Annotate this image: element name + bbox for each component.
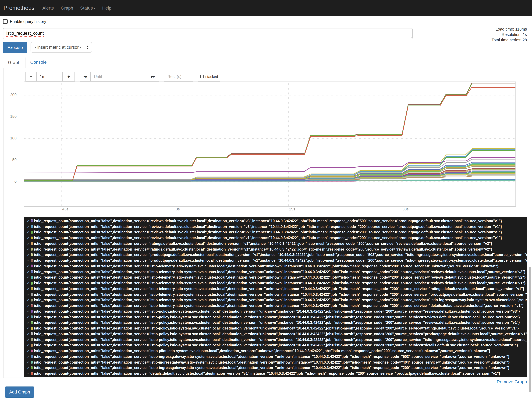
- time-forward-button[interactable]: ▶▶: [147, 72, 159, 82]
- legend-label: istio_request_count{connection_mtls="fal…: [34, 247, 492, 251]
- check-icon: ✓: [27, 281, 31, 285]
- legend-item[interactable]: ✓istio_request_count{connection_mtls="fa…: [24, 297, 527, 303]
- metric-select[interactable]: - insert metric at cursor - ▲▼: [31, 42, 92, 52]
- add-graph-button[interactable]: Add Graph: [5, 386, 35, 398]
- range-input[interactable]: [39, 74, 62, 79]
- query-history-label: Enable query history: [10, 19, 46, 24]
- check-icon: ✓: [27, 326, 31, 330]
- legend-item[interactable]: ✓istio_request_count{connection_mtls="fa…: [24, 224, 527, 230]
- legend-label: istio_request_count{connection_mtls="fal…: [34, 332, 527, 336]
- check-icon: ✓: [27, 366, 31, 370]
- stacked-checkbox[interactable]: [200, 75, 204, 78]
- page-scrollbar-thumb[interactable]: [529, 267, 531, 392]
- query-history-checkbox[interactable]: [3, 19, 8, 24]
- nav-item-help[interactable]: Help: [99, 0, 115, 16]
- until-input[interactable]: [93, 74, 147, 79]
- legend-item[interactable]: ✓istio_request_count{connection_mtls="fa…: [24, 229, 527, 235]
- nav-item-graph[interactable]: Graph: [57, 0, 77, 16]
- stacked-label: stacked: [205, 75, 218, 78]
- remove-graph-link[interactable]: Remove Graph: [497, 379, 527, 384]
- legend-label: istio_request_count{connection_mtls="fal…: [34, 219, 502, 223]
- legend-item[interactable]: ✓istio_request_count{connection_mtls="fa…: [24, 303, 527, 309]
- check-icon: ✓: [27, 230, 31, 234]
- series-color-swatch: [31, 220, 33, 222]
- legend-item[interactable]: ✓istio_request_count{connection_mtls="fa…: [24, 252, 527, 258]
- check-icon: ✓: [27, 320, 31, 325]
- execute-button[interactable]: Execute: [3, 42, 27, 53]
- legend-item[interactable]: ✓istio_request_count{connection_mtls="fa…: [24, 241, 527, 246]
- series-color-swatch: [31, 248, 33, 251]
- time-back-button[interactable]: ◀◀: [80, 72, 91, 82]
- legend-item[interactable]: ✓istio_request_count{connection_mtls="fa…: [24, 331, 527, 337]
- check-icon: ✓: [27, 332, 31, 336]
- legend-item[interactable]: ✓istio_request_count{connection_mtls="fa…: [24, 292, 527, 297]
- resolution-input-wrap: [164, 72, 193, 82]
- y-axis-label: 150: [0, 114, 17, 119]
- legend-item[interactable]: ✓istio_request_count{connection_mtls="fa…: [24, 360, 527, 365]
- legend-label: istio_request_count{connection_mtls="fal…: [34, 230, 502, 234]
- tab-graph[interactable]: Graph: [3, 57, 25, 68]
- series-color-swatch: [31, 259, 33, 262]
- query-stats: Load time: 118ms Resolution: 1s Total ti…: [492, 27, 527, 43]
- query-text: istio_request_count: [6, 31, 44, 37]
- legend-label: istio_request_count{connection_mtls="fal…: [34, 242, 492, 246]
- legend-item[interactable]: ✓istio_request_count{connection_mtls="fa…: [24, 314, 527, 320]
- legend-item[interactable]: ✓istio_request_count{connection_mtls="fa…: [24, 263, 527, 269]
- legend-item[interactable]: ✓istio_request_count{connection_mtls="fa…: [24, 269, 527, 275]
- legend-label: istio_request_count{connection_mtls="fal…: [34, 304, 524, 308]
- series-color-swatch: [31, 366, 33, 369]
- legend-item[interactable]: ✓istio_request_count{connection_mtls="fa…: [24, 275, 527, 280]
- brand-prometheus[interactable]: Prometheus: [4, 5, 34, 11]
- range-decrease-button[interactable]: −: [25, 72, 37, 82]
- legend-item[interactable]: ✓istio_request_count{connection_mtls="fa…: [24, 326, 527, 331]
- legend-item[interactable]: ✓istio_request_count{connection_mtls="fa…: [24, 337, 527, 342]
- legend-label: istio_request_count{connection_mtls="fal…: [34, 287, 524, 291]
- navbar: Prometheus Alerts Graph Status▾ Help: [0, 0, 532, 16]
- nav-item-alerts[interactable]: Alerts: [39, 0, 57, 16]
- series-color-swatch: [31, 321, 33, 324]
- check-icon: ✓: [27, 270, 31, 274]
- resize-grip-icon[interactable]: [409, 35, 412, 38]
- check-icon: ✓: [27, 241, 31, 246]
- series-color-swatch: [31, 310, 33, 313]
- legend-label: istio_request_count{connection_mtls="fal…: [34, 315, 520, 319]
- legend-item[interactable]: ✓istio_request_count{connection_mtls="fa…: [24, 286, 527, 292]
- legend-item[interactable]: ✓istio_request_count{connection_mtls="fa…: [24, 365, 527, 371]
- series-color-swatch: [31, 231, 33, 234]
- total-time-series: Total time series: 28: [492, 38, 527, 43]
- legend-label: istio_request_count{connection_mtls="fal…: [34, 264, 498, 268]
- check-icon: ✓: [27, 258, 31, 263]
- legend-item[interactable]: ✓istio_request_count{connection_mtls="fa…: [24, 348, 527, 354]
- legend-label: istio_request_count{connection_mtls="fal…: [34, 366, 509, 370]
- query-input[interactable]: istio_request_count: [3, 28, 413, 39]
- legend-item[interactable]: ✓istio_request_count{connection_mtls="fa…: [24, 280, 527, 286]
- resolution-input[interactable]: [167, 74, 193, 79]
- check-icon: ✓: [27, 303, 31, 308]
- nav-item-status[interactable]: Status▾: [77, 0, 99, 16]
- legend-label: istio_request_count{connection_mtls="fal…: [34, 355, 509, 359]
- range-increase-button[interactable]: +: [62, 72, 75, 82]
- legend-item[interactable]: ✓istio_request_count{connection_mtls="fa…: [24, 246, 527, 252]
- legend-item[interactable]: ✓istio_request_count{connection_mtls="fa…: [24, 342, 527, 348]
- x-axis-label: 15s: [289, 207, 295, 211]
- check-icon: ✓: [27, 315, 31, 319]
- series-color-swatch: [31, 276, 33, 279]
- legend-item[interactable]: ✓istio_request_count{connection_mtls="fa…: [24, 309, 527, 314]
- chart-plot-area[interactable]: [24, 82, 516, 207]
- legend-label: istio_request_count{connection_mtls="fal…: [34, 259, 527, 262]
- series-color-swatch: [31, 333, 33, 335]
- legend-label: istio_request_count{connection_mtls="fal…: [34, 236, 502, 240]
- legend-item[interactable]: ✓istio_request_count{connection_mtls="fa…: [24, 258, 527, 264]
- legend-item[interactable]: ✓istio_request_count{connection_mtls="fa…: [24, 371, 527, 376]
- stacked-toggle[interactable]: stacked: [198, 72, 220, 82]
- legend-item[interactable]: ✓istio_request_count{connection_mtls="fa…: [24, 235, 527, 241]
- tab-console[interactable]: Console: [25, 57, 51, 67]
- legend-label: istio_request_count{connection_mtls="fal…: [34, 253, 527, 257]
- legend-item[interactable]: ✓istio_request_count{connection_mtls="fa…: [24, 354, 527, 360]
- legend-item[interactable]: ✓istio_request_count{connection_mtls="fa…: [24, 320, 527, 326]
- range-input-wrap: [36, 72, 63, 82]
- series-color-swatch: [31, 287, 33, 290]
- series-color-swatch: [31, 236, 33, 239]
- legend-item[interactable]: ✓istio_request_count{connection_mtls="fa…: [24, 218, 527, 224]
- load-time: Load time: 118ms: [492, 27, 527, 32]
